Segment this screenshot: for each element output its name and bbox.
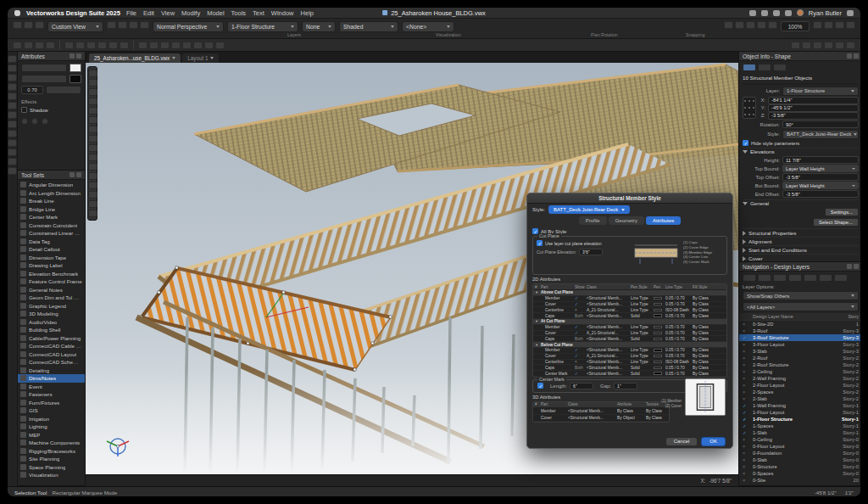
menu-item[interactable]: Model	[207, 9, 224, 17]
selection-option-icon[interactable]	[97, 42, 107, 49]
center-mark-checkbox[interactable]	[537, 383, 543, 389]
show-cell[interactable]: ✓	[573, 296, 585, 300]
show-cell[interactable]: ×	[573, 360, 585, 364]
attr2d-row[interactable]: Cover ✓ A_21-Structural... Line Type 0.0…	[533, 331, 726, 337]
layer-visibility-mark[interactable]: ×	[743, 437, 753, 442]
class-cell[interactable]: <Structural Memb...	[566, 416, 615, 420]
pen-style-cell[interactable]: Line Type	[629, 296, 652, 300]
pen-style-cell[interactable]: Solid	[629, 314, 652, 318]
collapsed-section-header[interactable]: Structural Properties	[743, 228, 859, 237]
menu-item[interactable]: Window	[271, 9, 294, 17]
toolset-item[interactable]: Building Shell	[18, 326, 85, 334]
show-cell[interactable]: ×	[573, 308, 585, 312]
basic-tool-icon[interactable]	[8, 120, 17, 128]
toolset-item[interactable]: Dimension Tape	[18, 254, 85, 262]
design-layer-row[interactable]: ✓ 1-Spaces Story-1	[739, 423, 861, 429]
show-cell[interactable]: Both	[573, 366, 585, 370]
fill-style-cell[interactable]: By Class	[691, 348, 726, 352]
tool-option-icon[interactable]	[138, 42, 147, 49]
pen-style-cell[interactable]: Solid	[629, 337, 652, 341]
design-layer-row[interactable]: × 2-Roof Structure Story-2	[739, 361, 861, 368]
attr2d-row[interactable]: Member ✓ <Structural Memb... Line Type 0…	[533, 348, 726, 354]
marquee-mode-icon[interactable]	[46, 42, 55, 49]
show-cell[interactable]: ✓	[573, 325, 585, 329]
menu-item[interactable]: Edit	[143, 9, 154, 17]
basic-tool-icon[interactable]	[8, 130, 17, 137]
toolset-item[interactable]: ConnectCAD Layout	[18, 350, 85, 359]
fill-style-cell[interactable]: By Class	[691, 360, 726, 364]
pen-style-dropdown[interactable]	[21, 75, 67, 83]
attr2d-row[interactable]: Caps Both <Structural Memb... Solid 0.05…	[533, 336, 726, 342]
line-type-cell[interactable]: 0.05 / 0.70	[664, 325, 691, 329]
fill-style-cell[interactable]: By Class	[691, 302, 726, 306]
snap-icon[interactable]	[835, 21, 844, 29]
projection-dropdown[interactable]: Normal Perspective	[153, 21, 224, 32]
toolset-item[interactable]: Angular Dimension	[18, 181, 85, 189]
layer-visibility-mark[interactable]: ×	[743, 396, 753, 401]
pen-style-cell[interactable]: Line Type	[629, 331, 652, 335]
pen-color-cell[interactable]	[654, 297, 662, 300]
pen-style-cell[interactable]: Solid	[629, 372, 652, 376]
design-layer-row[interactable]: ✓ 1-Slab Story-1	[739, 429, 861, 436]
palette-tool-icon[interactable]	[88, 144, 97, 152]
design-layer-row[interactable]: × 0-Foundation Story-0	[739, 450, 861, 456]
design-layer-row[interactable]: × X-Reference 26	[739, 484, 861, 485]
x-field[interactable]: -84'1 1/4"	[768, 97, 859, 104]
workspace-icon[interactable]	[802, 42, 811, 49]
palette-tool-icon[interactable]	[88, 116, 97, 124]
pen-color-cell[interactable]	[654, 326, 662, 329]
pen-style-cell[interactable]: Line Type	[629, 308, 652, 312]
toolset-item[interactable]: Detailing	[18, 367, 85, 375]
dialog-tab[interactable]: Attributes	[646, 216, 681, 225]
line-type-cell[interactable]: 0.05 / 0.70	[664, 372, 691, 376]
pen-color-cell[interactable]	[654, 309, 662, 312]
layer-visibility-mark[interactable]: ×	[743, 349, 753, 354]
show-cell[interactable]: ✓	[573, 331, 585, 335]
navigation-tab-icon[interactable]	[788, 274, 802, 282]
fill-style-cell[interactable]: By Class	[691, 354, 726, 358]
attr2d-row[interactable]: At Cut Plane	[533, 319, 726, 325]
basic-tool-icon[interactable]	[8, 64, 17, 72]
panel-pin-icon[interactable]	[847, 264, 852, 269]
toolset-item[interactable]: Detail Callout	[18, 245, 85, 254]
attr2d-row[interactable]: Centerline × A_21-Structural... Line Typ…	[533, 307, 726, 313]
toolset-item[interactable]: Feature Control Frame	[18, 277, 85, 286]
fill-style-cell[interactable]: By Class	[691, 331, 726, 335]
view-widget-icon[interactable]	[13, 21, 22, 29]
fill-style-cell[interactable]: By Class	[691, 308, 726, 312]
toolset-item[interactable]: Geom Dim and Tol Note	[18, 294, 85, 302]
toolset-item[interactable]: General Notes	[18, 286, 85, 294]
elevation-field[interactable]: -3 5/8"	[782, 173, 859, 181]
class-cell[interactable]: A_21-Structural...	[585, 354, 629, 358]
line-type-cell[interactable]: ISO-08 Dash	[664, 308, 691, 312]
pen-color-cell[interactable]	[654, 355, 662, 358]
marquee-mode-icon[interactable]	[24, 42, 33, 49]
view-control-icon[interactable]	[129, 21, 138, 29]
attr2d-row[interactable]: Caps Both <Structural Memb... Solid 0.05…	[533, 313, 726, 319]
marquee-mode-icon[interactable]	[35, 42, 44, 49]
selection-option-icon[interactable]	[120, 42, 129, 49]
class-cell[interactable]: <Structural Memb...	[566, 409, 615, 413]
line-type-cell[interactable]: 0.05 / 0.70	[664, 366, 691, 370]
selection-option-icon[interactable]	[64, 42, 74, 49]
pen-color-swatch[interactable]	[70, 75, 81, 83]
design-layer-row[interactable]: ✓ 1-Wall Framing Story-1	[739, 402, 861, 409]
show-cell[interactable]: ✓	[573, 302, 585, 306]
navigation-tab-icon[interactable]	[773, 274, 787, 282]
pan-rotate-icon[interactable]	[746, 21, 755, 29]
attr2d-row[interactable]: Centerline × <Structural Memb... Line Ty…	[533, 360, 726, 366]
pen-style-cell[interactable]: Line Type	[629, 354, 652, 358]
pen-color-cell[interactable]	[654, 303, 662, 306]
basic-tool-icon[interactable]	[8, 74, 17, 81]
design-layer-row[interactable]: × 2-Ceiling Story-2	[739, 368, 861, 375]
basic-tool-icon[interactable]	[8, 111, 17, 119]
attr3d-row[interactable]: Cover <Structural Memb... By Object By C…	[533, 415, 669, 422]
design-layer-row[interactable]: × 0-Structure Story-0	[739, 463, 861, 470]
line-type-dropdown[interactable]	[46, 86, 81, 94]
view-widget-icon[interactable]	[35, 21, 44, 29]
layer-visibility-mark[interactable]: ×	[743, 444, 753, 449]
navigation-tab-icon[interactable]	[819, 274, 832, 282]
toolset-item[interactable]: Audio/Video	[18, 318, 85, 327]
toolset-item[interactable]: GIS	[18, 406, 85, 415]
layer-visibility-mark[interactable]: ✓	[743, 335, 753, 340]
